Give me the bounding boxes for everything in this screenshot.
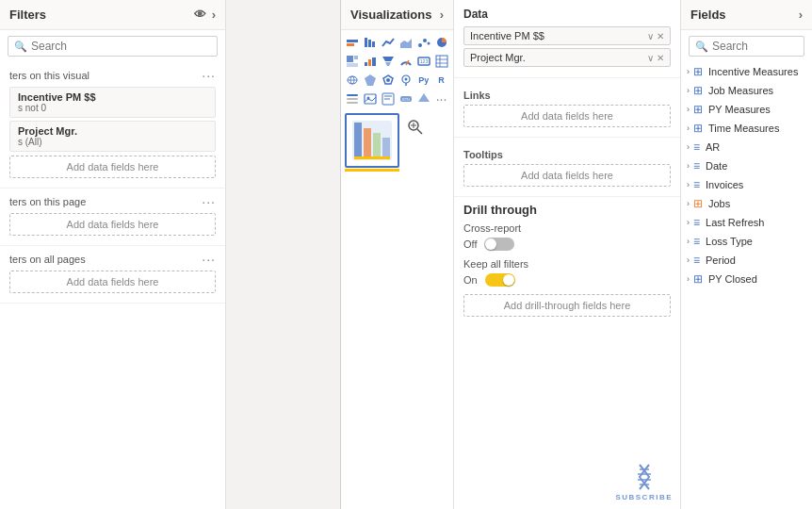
viz-data-section: Data Incentive PM $$ ∨ ✕ Project Mgr. ∨ … [454, 0, 680, 78]
filters-header: Filters 👁 [0, 0, 225, 30]
viz-icon-line[interactable] [381, 34, 397, 51]
viz-icon-funnel[interactable] [381, 53, 397, 70]
viz-icon-waterfall[interactable] [363, 53, 379, 70]
field-item-py-closed[interactable]: › ⊞ PY Closed [681, 270, 812, 288]
filters-on-visual-add[interactable]: Add data fields here [9, 156, 216, 178]
field-item-jobs[interactable]: › ⊞ Jobs [681, 194, 812, 213]
viz-icon-card[interactable]: 123 [415, 53, 431, 70]
drill-through-label: Drill through [463, 203, 671, 217]
filters-eye-icon[interactable]: 👁 [194, 8, 206, 22]
viz-icon-table[interactable] [433, 53, 449, 70]
field-item-last-refresh[interactable]: › ≡ Last Refresh [681, 213, 812, 232]
field-item-ar[interactable]: › ≡ AR [681, 138, 812, 156]
svg-point-28 [386, 78, 390, 82]
filters-on-all-add[interactable]: Add data fields here [9, 271, 216, 293]
viz-field-incentive-icons: ∨ ✕ [647, 31, 664, 41]
svg-point-6 [418, 43, 422, 47]
subscribe-area: SUBSCRIBE [454, 326, 680, 509]
field-item-loss-type[interactable]: › ≡ Loss Type [681, 232, 812, 251]
field-item-date[interactable]: › ≡ Date [681, 156, 812, 175]
filters-on-page-label: ters on this page [9, 196, 86, 207]
viz-icon-filled-map[interactable] [363, 72, 379, 89]
svg-rect-3 [368, 40, 371, 47]
fields-search-input[interactable] [712, 40, 798, 53]
svg-rect-1 [347, 43, 354, 46]
viz-field-close-icon[interactable]: ✕ [657, 31, 664, 41]
viz-icon-shape-map[interactable] [381, 72, 397, 89]
field-item-period[interactable]: › ≡ Period [681, 251, 812, 270]
field-chevron-period: › [687, 255, 690, 265]
svg-rect-10 [347, 56, 353, 62]
fields-chevron-right-icon[interactable] [799, 8, 803, 22]
viz-icon-more[interactable]: ··· [433, 90, 449, 107]
field-label-date: Date [706, 160, 727, 172]
filter-item-project[interactable]: Project Mgr. s (All) [9, 121, 216, 152]
cross-report-label: Cross-report [463, 222, 671, 234]
filters-on-page-menu[interactable]: ··· [202, 194, 216, 209]
viz-field-project-name: Project Mgr. [470, 52, 647, 63]
filter-item-incentive-sub: s not 0 [18, 103, 207, 113]
filters-search-input[interactable] [31, 40, 211, 53]
field-item-invoices[interactable]: › ≡ Invoices [681, 175, 812, 194]
viz-icon-treemap[interactable] [345, 53, 361, 70]
viz-icon-stacked-bar[interactable] [345, 34, 361, 51]
dna-icon [630, 463, 658, 491]
viz-zoom-icon[interactable] [405, 117, 426, 138]
viz-icon-bar[interactable] [363, 34, 379, 51]
field-item-incentive-measures[interactable]: › ⊞ Incentive Measures [681, 62, 812, 81]
filters-header-icons: 👁 [194, 8, 216, 22]
svg-rect-0 [347, 40, 358, 42]
subscribe-watermark: SUBSCRIBE [615, 463, 673, 501]
field-item-job-measures[interactable]: › ⊞ Job Measures [681, 81, 812, 100]
filters-on-visual-menu[interactable]: ··· [202, 68, 216, 83]
viz-tooltips-add[interactable]: Add data fields here [463, 164, 671, 187]
filters-on-page-section: ters on this page ··· Add data fields he… [0, 189, 225, 246]
svg-marker-16 [382, 57, 394, 61]
viz-icon-map[interactable] [345, 72, 361, 89]
viz-icon-scatter[interactable] [415, 34, 431, 51]
keep-filters-toggle[interactable] [485, 273, 515, 287]
cross-report-container: Cross-report Off [463, 222, 671, 251]
viz-icons-container: 123 Py R [341, 30, 453, 175]
svg-rect-4 [372, 41, 375, 47]
field-label-loss-type: Loss Type [706, 236, 753, 247]
viz-data-label: Data [463, 8, 671, 21]
viz-icon-gauge[interactable] [398, 53, 414, 70]
filters-on-all-menu[interactable]: ··· [202, 252, 216, 267]
keep-filters-container: Keep all filters On [463, 258, 671, 287]
svg-rect-46 [373, 133, 381, 158]
viz-chevron-right-icon[interactable] [440, 8, 444, 22]
subscribe-text: SUBSCRIBE [615, 493, 673, 501]
viz-selected-thumb[interactable] [345, 113, 399, 168]
svg-rect-48 [354, 156, 390, 159]
viz-icon-py[interactable]: Py [415, 72, 431, 89]
viz-icon-pie[interactable] [433, 34, 449, 51]
filters-search-bar[interactable]: 🔍 [8, 36, 218, 57]
field-label-time-measures: Time Measures [708, 123, 779, 134]
svg-rect-12 [347, 63, 358, 67]
cross-report-toggle-knob [485, 238, 496, 250]
filters-on-page-add[interactable]: Add data fields here [9, 213, 216, 236]
field-chevron-jobs: › [687, 199, 690, 208]
field-item-py-measures[interactable]: › ⊞ PY Measures [681, 100, 812, 119]
viz-icon-area[interactable] [398, 34, 414, 51]
svg-rect-45 [364, 128, 371, 158]
viz-field-project-chevron-icon: ∨ [647, 53, 654, 63]
viz-icon-slicer[interactable] [345, 90, 361, 107]
field-item-time-measures[interactable]: › ⊞ Time Measures [681, 119, 812, 138]
cross-report-toggle[interactable] [484, 238, 514, 251]
filter-item-incentive[interactable]: Incentive PM $$ s not 0 [9, 87, 216, 118]
fields-search-bar[interactable]: 🔍 [689, 36, 804, 57]
viz-links-add[interactable]: Add data fields here [463, 105, 671, 127]
drill-add-fields[interactable]: Add drill-through fields here [463, 294, 671, 317]
viz-icon-image[interactable] [363, 90, 379, 107]
viz-field-incentive[interactable]: Incentive PM $$ ∨ ✕ [463, 26, 671, 45]
viz-icon-textbox[interactable] [381, 90, 397, 107]
viz-field-project[interactable]: Project Mgr. ∨ ✕ [463, 48, 671, 67]
viz-icon-custom[interactable] [415, 90, 431, 107]
viz-icon-azure-map[interactable] [398, 72, 414, 89]
viz-icon-button[interactable]: BTN [398, 90, 414, 107]
viz-field-project-close-icon[interactable]: ✕ [657, 53, 664, 63]
filters-chevron-right-icon[interactable] [212, 8, 216, 22]
viz-icon-r[interactable]: R [433, 72, 449, 89]
